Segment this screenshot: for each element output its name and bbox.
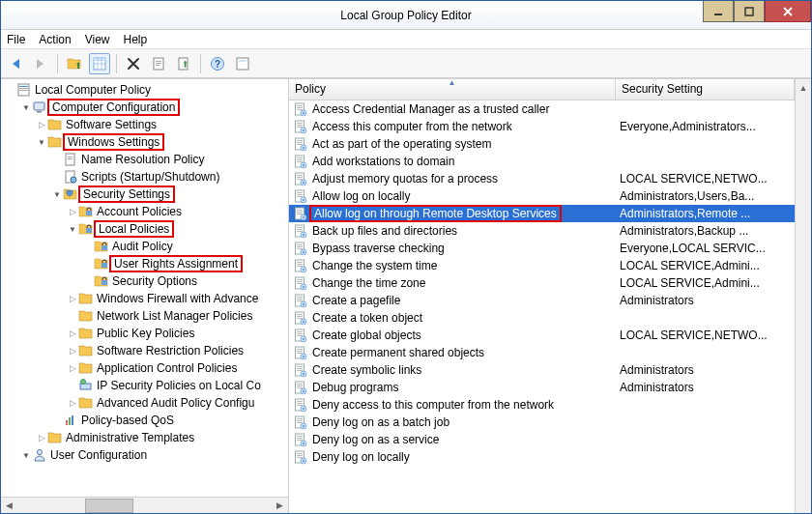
tree-item[interactable]: User Rights Assignment	[1, 255, 288, 272]
policy-row[interactable]: Back up files and directoriesAdministrat…	[289, 222, 795, 240]
policy-row[interactable]: Deny log on locally	[289, 448, 795, 466]
tree-item[interactable]: Audit Policy	[1, 238, 288, 255]
forward-button[interactable]	[30, 53, 51, 74]
list-vscrollbar[interactable]: ▲	[795, 79, 811, 513]
expand-toggle-icon[interactable]	[67, 346, 78, 356]
policy-row[interactable]: Deny access to this computer from the ne…	[289, 396, 795, 414]
tree-item-label: Local Policies	[94, 220, 174, 238]
column-policy[interactable]: ▲ Policy	[289, 79, 616, 100]
close-button[interactable]	[765, 1, 811, 22]
maximize-button[interactable]	[734, 1, 765, 22]
policy-row[interactable]: Access this computer from the networkEve…	[289, 118, 795, 135]
folder-icon	[78, 326, 94, 341]
tree-item[interactable]: Administrative Templates	[1, 429, 288, 446]
policy-row[interactable]: Adjust memory quotas for a processLOCAL …	[289, 170, 795, 187]
menu-view[interactable]: View	[85, 33, 110, 46]
tree-item-label: Application Control Policies	[97, 361, 237, 375]
policy-setting: Administrators	[616, 294, 795, 307]
folder-icon	[78, 395, 94, 411]
tree-item[interactable]: Network List Manager Policies	[1, 307, 288, 325]
tree-item[interactable]: Computer Configuration	[1, 99, 288, 116]
scroll-thumb[interactable]	[85, 499, 133, 513]
info-button[interactable]	[232, 53, 253, 74]
policy-icon	[293, 397, 308, 413]
help-button[interactable]	[207, 53, 228, 74]
policy-row[interactable]: Access Credential Manager as a trusted c…	[289, 100, 795, 118]
expand-toggle-icon[interactable]	[67, 294, 78, 303]
tree-item[interactable]: Windows Settings	[1, 133, 288, 151]
properties-button[interactable]	[148, 53, 169, 74]
policy-icon	[293, 345, 308, 360]
policy-row[interactable]: Allow log on through Remote Desktop Serv…	[289, 205, 795, 222]
policy-row[interactable]: Create symbolic linksAdministrators	[289, 361, 795, 379]
tree-item-label: Computer Configuration	[47, 99, 180, 116]
policy-name: Change the time zone	[312, 276, 425, 290]
expand-toggle-icon[interactable]	[67, 363, 78, 373]
folder-icon	[47, 430, 63, 445]
tree-item[interactable]: Security Settings	[1, 186, 288, 203]
policy-name: Create symbolic links	[312, 363, 421, 377]
menu-action[interactable]: Action	[39, 33, 71, 46]
tree-item[interactable]: Software Settings	[1, 116, 288, 133]
policy-row[interactable]: Change the system timeLOCAL SERVICE,Admi…	[289, 257, 795, 274]
policy-list[interactable]: Access Credential Manager as a trusted c…	[289, 100, 795, 513]
policy-row[interactable]: Add workstations to domain	[289, 153, 795, 170]
policy-row[interactable]: Deny log on as a batch job	[289, 414, 795, 431]
expand-toggle-icon[interactable]	[67, 207, 78, 216]
back-button[interactable]	[5, 53, 26, 74]
tree-item[interactable]: Scripts (Startup/Shutdown)	[1, 168, 288, 186]
tree-item[interactable]: Local Policies	[1, 220, 288, 238]
expand-toggle-icon[interactable]	[20, 103, 32, 112]
tree-scroll[interactable]: Local Computer PolicyComputer Configurat…	[1, 79, 288, 497]
menu-file[interactable]: File	[7, 33, 25, 46]
tree-item[interactable]: Account Policies	[1, 203, 288, 220]
policy-row[interactable]: Create a pagefileAdministrators	[289, 292, 795, 309]
expand-toggle-icon[interactable]	[20, 451, 32, 460]
expand-toggle-icon[interactable]	[36, 433, 47, 443]
tree-item[interactable]: Name Resolution Policy	[1, 151, 288, 168]
show-tree-button[interactable]	[89, 53, 110, 74]
tree-item[interactable]: Local Computer Policy	[1, 81, 288, 99]
policy-row[interactable]: Create permanent shared objects	[289, 344, 795, 361]
policy-name: Adjust memory quotas for a process	[312, 172, 498, 186]
tree-item[interactable]: Advanced Audit Policy Configu	[1, 394, 288, 412]
policy-row[interactable]: Create global objectsLOCAL SERVICE,NETWO…	[289, 327, 795, 344]
tree-item[interactable]: IP Security Policies on Local Co	[1, 377, 288, 394]
tree-item[interactable]: Software Restriction Policies	[1, 342, 288, 359]
column-setting[interactable]: Security Setting	[616, 79, 795, 100]
policy-setting: Administrators,Remote ...	[616, 207, 795, 220]
expand-toggle-icon[interactable]	[67, 225, 78, 234]
scroll-right-icon[interactable]: ▶	[272, 499, 288, 513]
policy-row[interactable]: Act as part of the operating system	[289, 135, 795, 153]
expand-toggle-icon[interactable]	[67, 328, 78, 338]
menu-help[interactable]: Help	[124, 33, 148, 46]
tree-item[interactable]: Windows Firewall with Advance	[1, 290, 288, 307]
tree-item[interactable]: Public Key Policies	[1, 325, 288, 342]
up-button[interactable]	[64, 53, 85, 74]
script-icon	[63, 169, 78, 185]
policy-row[interactable]: Change the time zoneLOCAL SERVICE,Admini…	[289, 274, 795, 292]
expand-toggle-icon[interactable]	[67, 398, 78, 408]
tree-item[interactable]: Security Options	[1, 272, 288, 290]
scroll-left-icon[interactable]: ◀	[1, 499, 17, 513]
expand-toggle-icon[interactable]	[36, 120, 47, 129]
tree-item[interactable]: Application Control Policies	[1, 359, 288, 377]
expand-toggle-icon[interactable]	[51, 190, 63, 199]
policy-icon	[293, 223, 308, 239]
export-button[interactable]	[173, 53, 194, 74]
policy-row[interactable]: Debug programsAdministrators	[289, 379, 795, 396]
minimize-button[interactable]	[703, 1, 734, 22]
policy-row[interactable]: Deny log on as a service	[289, 431, 795, 448]
policy-name: Deny access to this computer from the ne…	[312, 398, 554, 412]
tree-item[interactable]: User Configuration	[1, 446, 288, 464]
expand-toggle-icon[interactable]	[36, 138, 47, 147]
policy-row[interactable]: Create a token object	[289, 309, 795, 327]
window: Local Group Policy Editor File Action Vi…	[0, 0, 812, 514]
delete-button[interactable]	[123, 53, 144, 74]
policy-row[interactable]: Allow log on locallyAdministrators,Users…	[289, 187, 795, 205]
tree-item[interactable]: Policy-based QoS	[1, 412, 288, 429]
policy-name: Create permanent shared objects	[312, 346, 484, 359]
policy-row[interactable]: Bypass traverse checkingEveryone,LOCAL S…	[289, 240, 795, 257]
tree-hscrollbar[interactable]: ◀ ▶	[1, 497, 288, 513]
policy-setting: Administrators,Backup ...	[616, 224, 795, 238]
